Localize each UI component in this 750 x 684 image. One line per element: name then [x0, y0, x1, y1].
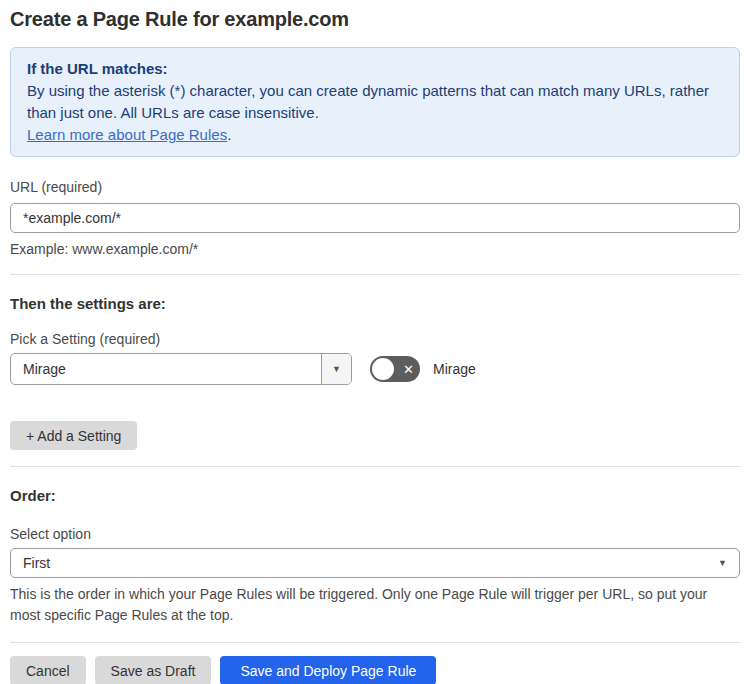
link-suffix: . — [227, 126, 231, 143]
info-box-body: By using the asterisk (*) character, you… — [27, 80, 723, 124]
learn-more-link[interactable]: Learn more about Page Rules — [27, 126, 227, 143]
url-helper-text: Example: www.example.com/* — [10, 239, 740, 260]
setting-select-value: Mirage — [11, 354, 321, 384]
save-and-deploy-button[interactable]: Save and Deploy Page Rule — [220, 656, 436, 684]
url-field-label: URL (required) — [10, 179, 740, 196]
cancel-button[interactable]: Cancel — [10, 656, 86, 684]
url-input[interactable] — [10, 203, 740, 233]
page-title: Create a Page Rule for example.com — [10, 8, 740, 31]
page-rule-form: Create a Page Rule for example.com If th… — [0, 8, 750, 684]
setting-select[interactable]: Mirage ▼ — [10, 353, 352, 385]
toggle-off-x-icon: ✕ — [403, 356, 414, 382]
divider — [10, 466, 740, 467]
url-match-info-box: If the URL matches: By using the asteris… — [10, 47, 740, 157]
setting-picker-label: Pick a Setting (required) — [10, 331, 740, 348]
order-select-value: First — [23, 555, 50, 571]
setting-select-arrow-button[interactable]: ▼ — [321, 354, 351, 384]
mirage-toggle[interactable]: ✕ — [370, 356, 420, 382]
save-as-draft-button[interactable]: Save as Draft — [95, 656, 212, 684]
order-select-label: Select option — [10, 526, 740, 543]
settings-section-heading: Then the settings are: — [10, 295, 740, 313]
chevron-down-icon: ▼ — [332, 365, 341, 374]
add-setting-button[interactable]: + Add a Setting — [10, 421, 137, 450]
order-section-heading: Order: — [10, 487, 740, 505]
setting-row: Mirage ▼ ✕ Mirage — [10, 353, 740, 385]
order-select[interactable]: First ▼ — [10, 548, 740, 578]
order-helper-text: This is the order in which your Page Rul… — [10, 584, 734, 626]
divider — [10, 642, 740, 643]
chevron-down-icon: ▼ — [718, 559, 727, 568]
info-box-link-line: Learn more about Page Rules. — [27, 124, 723, 146]
info-box-heading: If the URL matches: — [27, 58, 723, 80]
toggle-label: Mirage — [433, 361, 476, 377]
footer-actions: Cancel Save as Draft Save and Deploy Pag… — [10, 656, 740, 684]
divider — [10, 274, 740, 275]
toggle-knob — [372, 358, 394, 380]
